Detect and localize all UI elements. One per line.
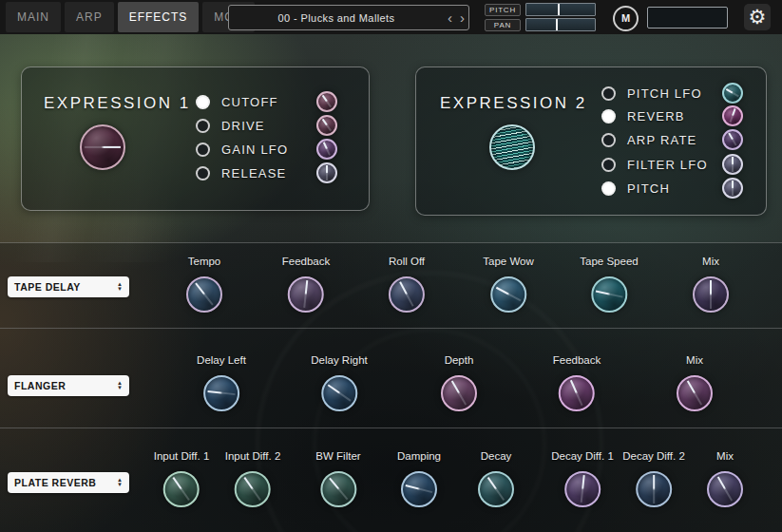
decay-diff-1-knob[interactable] bbox=[564, 471, 601, 507]
knob-pointer bbox=[653, 475, 655, 503]
expression2-panel: EXPRESSION 2 PITCH LFO REVERB ARP RATE F… bbox=[415, 66, 767, 216]
option-label: FILTER LFO bbox=[627, 158, 711, 172]
mix-knob[interactable] bbox=[707, 471, 743, 507]
knob-label: Mix bbox=[702, 255, 719, 268]
pitch-amount-knob[interactable] bbox=[722, 178, 743, 199]
radio-pitch-lfo[interactable] bbox=[601, 86, 616, 101]
pan-label: PAN bbox=[485, 19, 521, 31]
cutoff-amount-knob[interactable] bbox=[316, 91, 337, 112]
knob-unit: Mix bbox=[693, 255, 729, 313]
knob-unit: Tempo bbox=[186, 255, 222, 313]
knob-label: Tape Speed bbox=[580, 255, 638, 268]
expression1-panel: EXPRESSION 1 CUTOFF DRIVE GAIN LFO RELEA… bbox=[21, 66, 370, 211]
expression1-knob[interactable] bbox=[80, 124, 125, 170]
knob-label: Decay bbox=[481, 449, 512, 463]
tape-wow-knob[interactable] bbox=[490, 276, 526, 313]
knob-pointer bbox=[728, 133, 736, 146]
delay-right-knob[interactable] bbox=[321, 375, 357, 411]
tempo-knob[interactable] bbox=[186, 276, 222, 313]
gain-lfo-amount-knob[interactable] bbox=[316, 139, 337, 160]
knob-unit: BW Filter bbox=[315, 449, 360, 507]
knob-label: Mix bbox=[716, 449, 734, 463]
output-meter bbox=[647, 7, 728, 28]
option-label: DRIVE bbox=[221, 119, 305, 133]
tab-arp[interactable]: ARP bbox=[65, 2, 114, 32]
knob-unit: Mix bbox=[677, 353, 713, 411]
feedback-knob[interactable] bbox=[288, 276, 324, 313]
input-diff-2-knob[interactable] bbox=[235, 471, 271, 507]
tab-effects[interactable]: EFFECTS bbox=[118, 2, 200, 32]
delay-left-knob[interactable] bbox=[203, 375, 239, 411]
radio-drive[interactable] bbox=[196, 119, 210, 133]
radio-release[interactable] bbox=[196, 166, 210, 180]
preset-next-icon[interactable]: › bbox=[456, 7, 468, 28]
pitch-slider-handle[interactable] bbox=[558, 4, 560, 15]
pan-slider[interactable] bbox=[525, 18, 596, 31]
expression2-option-filter-lfo: FILTER LFO bbox=[601, 155, 743, 174]
pan-row: PAN bbox=[485, 18, 596, 31]
effect-selector-label: FLANGER bbox=[14, 380, 66, 391]
knob-pointer bbox=[322, 119, 333, 132]
pitch-lfo-amount-knob[interactable] bbox=[722, 83, 743, 104]
effect-selector-dropdown[interactable]: PLATE REVERB ▲▼ bbox=[8, 472, 129, 493]
radio-filter-lfo[interactable] bbox=[601, 158, 616, 172]
effect-selector-dropdown[interactable]: TAPE DELAY ▲▼ bbox=[8, 276, 129, 297]
mix-knob[interactable] bbox=[693, 276, 729, 313]
tab-main[interactable]: MAIN bbox=[6, 2, 61, 32]
knob-label: Roll Off bbox=[389, 255, 425, 268]
knob-label: Input Diff. 1 bbox=[154, 449, 210, 463]
reverb-amount-knob[interactable] bbox=[722, 105, 743, 126]
pitch-row: PITCH bbox=[485, 3, 596, 16]
knob-pointer bbox=[85, 146, 121, 148]
knob-label: Mix bbox=[686, 353, 703, 367]
depth-knob[interactable] bbox=[441, 375, 477, 411]
tab-strip: MAIN ARP EFFECTS MOD bbox=[6, 2, 255, 32]
knob-pointer bbox=[451, 381, 467, 406]
knob-pointer bbox=[570, 380, 583, 407]
knob-pointer bbox=[323, 142, 331, 157]
preset-name: 00 - Plucks and Mallets bbox=[229, 12, 444, 24]
filter-lfo-amount-knob[interactable] bbox=[722, 154, 743, 175]
effect-row-plate-reverb: PLATE REVERB ▲▼ Input Diff. 1 Input Diff… bbox=[0, 428, 782, 532]
radio-arp-rate[interactable] bbox=[601, 133, 616, 147]
roll-off-knob[interactable] bbox=[389, 276, 425, 313]
midi-button[interactable]: M bbox=[613, 6, 639, 31]
pan-slider-handle[interactable] bbox=[556, 19, 558, 30]
radio-gain-lfo[interactable] bbox=[196, 142, 210, 157]
select-updown-icon: ▲▼ bbox=[117, 282, 123, 292]
knob-pointer bbox=[687, 381, 702, 406]
radio-pitch[interactable] bbox=[601, 181, 616, 196]
arp-rate-amount-knob[interactable] bbox=[722, 129, 743, 150]
release-amount-knob[interactable] bbox=[316, 162, 337, 183]
expression1-option-cutoff: CUTOFF bbox=[196, 92, 337, 111]
decay-diff-2-knob[interactable] bbox=[636, 471, 672, 507]
bw-filter-knob[interactable] bbox=[320, 471, 356, 507]
pitch-slider[interactable] bbox=[525, 3, 596, 16]
knob-label: Delay Right bbox=[311, 353, 367, 367]
option-label: PITCH bbox=[627, 181, 711, 196]
expression1-option-drive: DRIVE bbox=[196, 116, 337, 135]
damping-knob[interactable] bbox=[401, 471, 437, 507]
mix-knob[interactable] bbox=[677, 375, 713, 411]
preset-prev-icon[interactable]: ‹ bbox=[444, 7, 456, 28]
decay-knob[interactable] bbox=[478, 471, 514, 507]
radio-cutoff[interactable] bbox=[196, 95, 210, 109]
knob-unit: Decay Diff. 2 bbox=[622, 449, 685, 507]
knob-unit: Mix bbox=[707, 449, 743, 507]
radio-reverb[interactable] bbox=[601, 109, 616, 124]
knob-unit: Depth bbox=[441, 353, 477, 411]
knob-label: Depth bbox=[445, 353, 474, 367]
feedback-knob[interactable] bbox=[559, 375, 595, 411]
input-diff-1-knob[interactable] bbox=[163, 471, 200, 507]
tape-speed-knob[interactable] bbox=[591, 276, 627, 313]
effect-selector-dropdown[interactable]: FLANGER ▲▼ bbox=[8, 375, 129, 396]
knob-label: BW Filter bbox=[315, 449, 360, 463]
settings-gear-icon[interactable]: ⚙ bbox=[744, 4, 771, 30]
expression2-knob[interactable] bbox=[489, 124, 535, 170]
knob-unit: Roll Off bbox=[389, 255, 425, 313]
preset-selector[interactable]: 00 - Plucks and Mallets ‹ › bbox=[228, 5, 469, 30]
drive-amount-knob[interactable] bbox=[316, 115, 337, 136]
knob-unit: Decay bbox=[478, 449, 514, 507]
knob-pointer bbox=[207, 390, 235, 395]
knob-label: Tape Wow bbox=[483, 255, 533, 268]
